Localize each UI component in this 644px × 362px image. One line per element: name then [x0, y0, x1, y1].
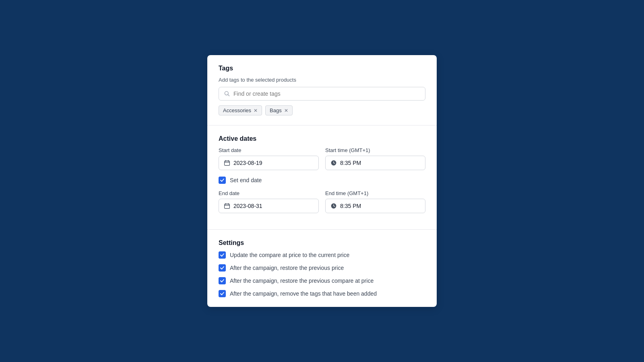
end-time-field: End time (GMT+1) 8:35 PM	[325, 190, 425, 213]
set-end-date-label[interactable]: Set end date	[230, 177, 262, 183]
set-end-date-row: Set end date	[219, 177, 425, 184]
tag-chip-bags: Bags ✕	[265, 105, 293, 115]
setting-item-1: After the campaign, restore the previous…	[219, 264, 425, 272]
checkmark-icon-0	[220, 253, 225, 257]
setting-checkbox-1[interactable]	[219, 264, 226, 272]
tag-label-accessories: Accessories	[223, 107, 251, 113]
end-date-label: End date	[219, 190, 319, 196]
settings-section: Settings Update the compare at price to …	[207, 229, 437, 307]
setting-checkbox-0[interactable]	[219, 251, 226, 259]
tag-chip-accessories: Accessories ✕	[219, 105, 262, 115]
start-time-label: Start time (GMT+1)	[325, 147, 425, 153]
settings-list: Update the compare at price to the curre…	[219, 251, 425, 297]
clock-icon-start	[330, 160, 337, 166]
active-dates-section: Active dates Start date 2023-08-19 Start…	[207, 125, 437, 229]
calendar-icon-end	[224, 203, 230, 209]
setting-checkbox-2[interactable]	[219, 277, 226, 284]
settings-title: Settings	[219, 239, 425, 247]
end-date-input[interactable]: 2023-08-31	[219, 199, 319, 213]
end-date-grid: End date 2023-08-31 End time (GMT+1)	[219, 190, 425, 213]
tag-search-input[interactable]	[233, 90, 420, 97]
start-date-grid: Start date 2023-08-19 Start time (GMT+1)	[219, 147, 425, 170]
tag-search-box[interactable]	[219, 87, 425, 101]
end-date-value: 2023-08-31	[233, 203, 262, 209]
start-date-value: 2023-08-19	[233, 160, 262, 166]
tags-subtitle: Add tags to the selected products	[219, 77, 425, 83]
set-end-date-checkbox[interactable]	[219, 177, 226, 184]
end-time-value: 8:35 PM	[340, 203, 361, 209]
checkmark-icon-3	[220, 291, 225, 296]
setting-item-0: Update the compare at price to the curre…	[219, 251, 425, 259]
setting-checkbox-3[interactable]	[219, 290, 226, 297]
setting-item-2: After the campaign, restore the previous…	[219, 277, 425, 284]
checkmark-icon	[220, 178, 225, 183]
tag-remove-bags[interactable]: ✕	[284, 108, 288, 113]
tag-remove-accessories[interactable]: ✕	[254, 108, 258, 113]
start-date-label: Start date	[219, 147, 319, 153]
start-time-value: 8:35 PM	[340, 160, 361, 166]
tags-title: Tags	[219, 65, 425, 72]
checkmark-icon-2	[220, 278, 225, 283]
start-time-input[interactable]: 8:35 PM	[325, 156, 425, 170]
active-dates-title: Active dates	[219, 135, 425, 142]
setting-label-0[interactable]: Update the compare at price to the curre…	[230, 252, 349, 258]
setting-item-3: After the campaign, remove the tags that…	[219, 290, 425, 297]
clock-icon-end	[330, 203, 337, 209]
calendar-icon-start	[224, 160, 230, 166]
setting-label-2[interactable]: After the campaign, restore the previous…	[230, 278, 374, 284]
search-icon	[224, 90, 230, 97]
start-date-field: Start date 2023-08-19	[219, 147, 319, 170]
tags-section: Tags Add tags to the selected products A…	[207, 55, 437, 125]
svg-rect-9	[225, 204, 230, 208]
tag-label-bags: Bags	[270, 107, 282, 113]
svg-rect-2	[225, 161, 230, 165]
end-time-label: End time (GMT+1)	[325, 190, 425, 196]
end-time-input[interactable]: 8:35 PM	[325, 199, 425, 213]
end-date-field: End date 2023-08-31	[219, 190, 319, 213]
start-time-field: Start time (GMT+1) 8:35 PM	[325, 147, 425, 170]
tags-container: Accessories ✕ Bags ✕	[219, 105, 425, 115]
main-card: Tags Add tags to the selected products A…	[207, 55, 437, 307]
checkmark-icon-1	[220, 265, 225, 270]
start-date-input[interactable]: 2023-08-19	[219, 156, 319, 170]
setting-label-3[interactable]: After the campaign, remove the tags that…	[230, 290, 377, 297]
svg-line-1	[228, 95, 229, 96]
setting-label-1[interactable]: After the campaign, restore the previous…	[230, 265, 344, 271]
